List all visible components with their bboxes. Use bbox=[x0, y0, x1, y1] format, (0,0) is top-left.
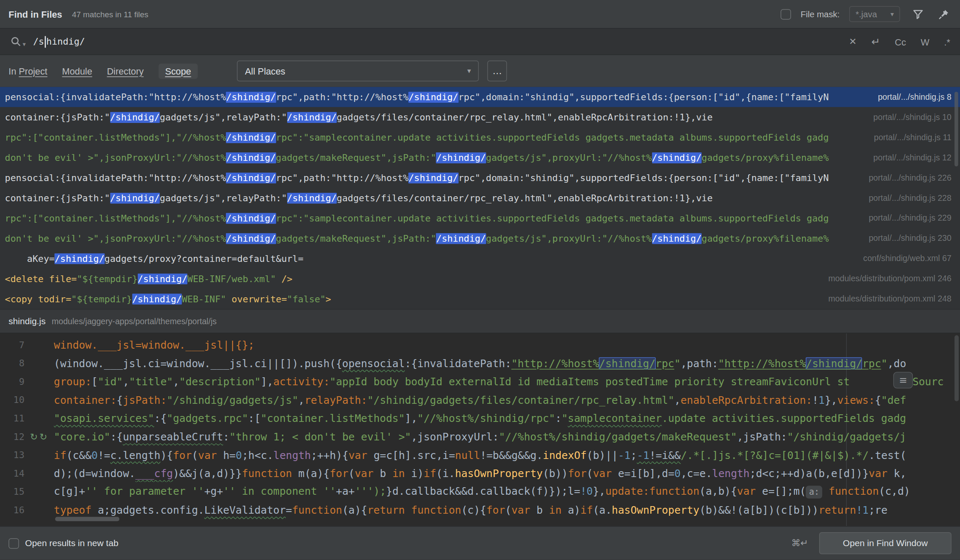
open-results-label: Open results in new tab bbox=[25, 538, 118, 548]
text-segment: "container.listMethods" bbox=[261, 412, 405, 424]
editor[interactable]: 7window.___jsl=window.___jsl||{};8(windo… bbox=[0, 333, 960, 526]
result-row[interactable]: <delete file="${tempdir}/shindig/WEB-INF… bbox=[0, 269, 960, 289]
text-segment: e=i[b],d= bbox=[612, 467, 675, 480]
text-segment: ], bbox=[261, 376, 274, 388]
editor-vscrollbar[interactable] bbox=[955, 335, 959, 401]
words-toggle[interactable]: W bbox=[921, 36, 930, 47]
code-text: "osapi.services":{"gadgets.rpc":["contai… bbox=[54, 412, 906, 424]
editor-menu-button[interactable]: ≡ bbox=[893, 372, 913, 388]
text-caret bbox=[45, 36, 46, 48]
regex-toggle[interactable]: .* bbox=[944, 36, 950, 47]
page-title: Find in Files bbox=[8, 9, 62, 19]
text-segment: = bbox=[286, 504, 292, 516]
results-scrollbar[interactable] bbox=[955, 92, 958, 166]
open-in-new-tab-checkbox[interactable] bbox=[8, 538, 19, 549]
scope-tab-project[interactable]: In Project bbox=[8, 66, 47, 76]
editor-line[interactable]: 12↻↻"core.io":{unparseableCruft:"throw 1… bbox=[0, 428, 960, 446]
text-segment: gadgets/js",relayPath:" bbox=[160, 112, 287, 123]
line-number: 12 bbox=[0, 431, 24, 442]
editor-line[interactable]: 11"osapi.services":{"gadgets.rpc":["cont… bbox=[0, 409, 960, 428]
code-text: (window.___jsl.ci=window.___jsl.ci||[]).… bbox=[54, 357, 906, 369]
text-segment: e=[];m( bbox=[756, 485, 806, 497]
text-segment: 0 bbox=[91, 449, 98, 461]
text-segment: if bbox=[424, 467, 436, 480]
result-text: pensocial:{invalidatePath:"http://%host%… bbox=[5, 91, 871, 102]
result-row[interactable]: aKey=/shindig/gadgets/proxy?container=de… bbox=[0, 248, 960, 269]
result-row[interactable]: don't be evil' >",jsonProxyUrl:"//%host%… bbox=[0, 228, 960, 248]
text-segment: rpc",domain:"shindig",supportedFields:{p… bbox=[458, 172, 829, 183]
text-segment: a) bbox=[562, 504, 581, 516]
text-segment: ;re bbox=[869, 504, 888, 516]
text-segment: "def bbox=[881, 394, 906, 406]
text-segment: var bbox=[737, 485, 756, 497]
text-segment: k, bbox=[888, 467, 906, 480]
result-row[interactable]: <copy todir="${tempdir}/shindig/WEB-INF"… bbox=[0, 289, 960, 309]
editor-line[interactable]: 7window.___jsl=window.___jsl||{}; bbox=[0, 336, 960, 355]
result-row[interactable]: container:{jsPath:"/shindig/gadgets/js",… bbox=[0, 188, 960, 208]
text-segment: , bbox=[123, 376, 129, 388]
text-segment: indexOf bbox=[543, 449, 587, 461]
result-row[interactable]: pensocial:{invalidatePath:"http://%host%… bbox=[0, 168, 960, 188]
text-segment: rpc",domain:"shindig",supportedFields:{p… bbox=[458, 91, 829, 102]
scope-tab-directory[interactable]: Directory bbox=[107, 66, 144, 76]
search-options-button[interactable]: ▾ bbox=[10, 35, 26, 48]
text-segment: function bbox=[649, 485, 700, 497]
text-segment: (c&& bbox=[67, 449, 91, 461]
result-row[interactable]: don't be evil' >",jsonProxyUrl:"//%host%… bbox=[0, 147, 960, 168]
text-segment: pensocial:{invalidatePath:"http://%host% bbox=[5, 172, 226, 183]
result-row[interactable]: rpc":["container.listMethods"],"//%host%… bbox=[0, 208, 960, 228]
text-segment: (a. bbox=[593, 504, 612, 516]
editor-line[interactable]: 16typeof a;gadgets.config.LikeValidator=… bbox=[0, 501, 960, 520]
text-segment: gadgets/js",proxyUrl:"//%host% bbox=[486, 152, 652, 163]
recursive-call-icon[interactable]: ↻ bbox=[30, 431, 38, 442]
recursive-call-icon[interactable]: ↻ bbox=[40, 431, 47, 442]
scope-places-combo[interactable]: All Places ▾ bbox=[237, 61, 479, 81]
filter-icon[interactable] bbox=[910, 6, 926, 22]
text-segment: (window.___jsl.ci=window.___jsl.ci||[]).… bbox=[54, 357, 342, 369]
text-segment: enableRpcArbitration: bbox=[681, 394, 812, 406]
text-segment: gadgets/js",relayPath:" bbox=[160, 192, 287, 203]
match-case-toggle[interactable]: Cc bbox=[895, 36, 906, 47]
editor-line[interactable]: 9group:["id","title","description"],acti… bbox=[0, 373, 960, 391]
text-segment: gadgets/proxy%filename% bbox=[702, 152, 829, 163]
code-text: if(c&&0!=c.length){for(var h=0;h<c.lengt… bbox=[54, 449, 906, 461]
text-segment: -1 bbox=[618, 449, 630, 461]
scope-tab-prefix: In bbox=[8, 66, 19, 76]
scope-tab-module[interactable]: Module bbox=[62, 66, 92, 76]
editor-line[interactable]: 14d);(d=window.___cfg)&&j(a,d)}}function… bbox=[0, 464, 960, 483]
result-row[interactable]: pensocial:{invalidatePath:"http://%host%… bbox=[0, 87, 960, 107]
search-match: /shindig/ bbox=[110, 112, 160, 123]
editor-line[interactable]: 8(window.___jsl.ci=window.___jsl.ci||[])… bbox=[0, 354, 960, 373]
text-segment: }d.callback&&d.callback(f)});l= bbox=[386, 485, 580, 497]
search-match: /shindig/ bbox=[436, 233, 486, 244]
insert-newline-icon[interactable]: ↵ bbox=[872, 35, 880, 48]
scope-tab-scope[interactable]: Scope bbox=[158, 63, 198, 78]
editor-line[interactable]: 15c[g]+'' for parameter ''+g+'' in compo… bbox=[0, 483, 960, 501]
text-segment: <delete file= bbox=[5, 273, 77, 284]
editor-hscrollbar[interactable] bbox=[55, 517, 120, 521]
editor-line[interactable]: 13if(c&&0!=c.length){for(var h=0;h<c.len… bbox=[0, 446, 960, 464]
result-text: pensocial:{invalidatePath:"http://%host%… bbox=[5, 172, 861, 183]
search-input[interactable]: /s hindig/ bbox=[33, 29, 849, 54]
open-find-window-button[interactable]: Open in Find Window bbox=[819, 532, 952, 554]
code-text: window.___jsl=window.___jsl||{}; bbox=[54, 339, 255, 351]
clear-icon[interactable]: ✕ bbox=[849, 36, 857, 47]
editor-line[interactable]: 10container:{jsPath:"/shindig/gadgets/js… bbox=[0, 391, 960, 409]
text-segment: group: bbox=[54, 376, 91, 388]
result-text: container:{jsPath:"/shindig/gadgets/js",… bbox=[5, 192, 861, 203]
text-segment: "/shindig/gadgets/j bbox=[787, 431, 906, 443]
file-mask-checkbox[interactable] bbox=[780, 9, 791, 19]
result-row[interactable]: rpc":["container.listMethods"],"//%host%… bbox=[0, 127, 960, 147]
text-segment: don't be evil' >",jsonProxyUrl:"//%host% bbox=[5, 233, 226, 244]
more-options-button[interactable]: … bbox=[488, 61, 507, 81]
line-number: 15 bbox=[0, 486, 24, 497]
text-segment: 0 bbox=[674, 467, 681, 480]
result-row[interactable]: container:{jsPath:"/shindig/gadgets/js",… bbox=[0, 107, 960, 127]
text-segment: var bbox=[869, 467, 888, 480]
text-segment: in bbox=[549, 504, 562, 516]
pin-icon[interactable] bbox=[936, 6, 952, 22]
text-segment: function bbox=[242, 467, 292, 480]
search-match: /shindig/ bbox=[226, 91, 276, 102]
text-segment: c[g]+ bbox=[54, 485, 85, 497]
file-mask-combo[interactable]: *.java ▾ bbox=[850, 6, 900, 22]
